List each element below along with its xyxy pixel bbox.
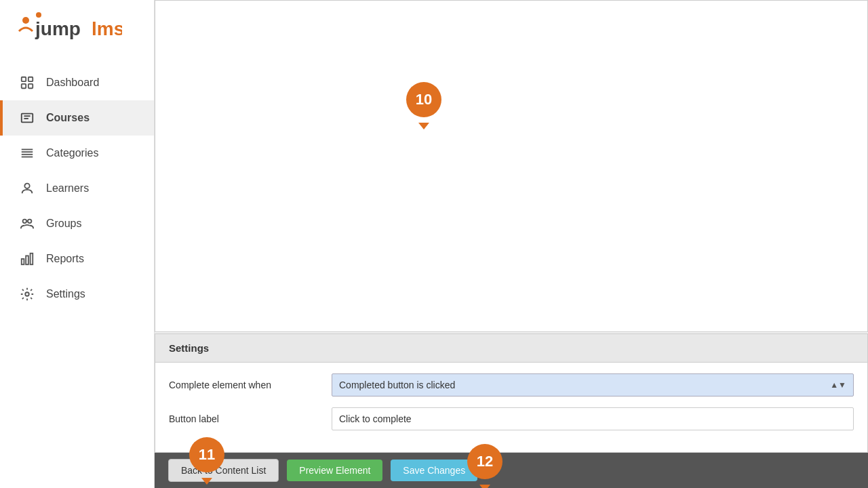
- content-area: 10: [155, 0, 868, 332]
- courses-icon: [19, 110, 35, 126]
- sidebar-item-learners[interactable]: Learners: [0, 171, 154, 206]
- complete-element-select-wrapper: Completed button is clicked Content is v…: [332, 373, 854, 396]
- svg-point-13: [24, 184, 29, 188]
- svg-point-15: [28, 220, 31, 224]
- sidebar-item-courses[interactable]: Courses: [0, 100, 154, 136]
- settings-body: 11 Complete element when Completed butto…: [155, 363, 867, 452]
- complete-element-label: Complete element when: [169, 380, 318, 390]
- annotation-bubble-10: 10: [406, 82, 441, 117]
- sidebar: jump lms Dashboard: [0, 0, 155, 488]
- complete-element-row: Complete element when Completed button i…: [169, 373, 854, 396]
- sidebar-item-groups[interactable]: Groups: [0, 206, 154, 241]
- sidebar-item-reports[interactable]: Reports: [0, 241, 154, 277]
- main-content: 10 Settings 11 Complete element when Com…: [155, 0, 868, 488]
- svg-rect-6: [22, 84, 26, 88]
- dashboard-icon: [19, 75, 35, 91]
- sidebar-label-settings: Settings: [46, 288, 85, 300]
- sidebar-item-categories[interactable]: Categories: [0, 136, 154, 171]
- learners-icon: [19, 180, 35, 197]
- button-label-label: Button label: [169, 413, 318, 424]
- svg-point-3: [36, 12, 41, 18]
- sidebar-label-groups: Groups: [46, 218, 81, 230]
- complete-element-select[interactable]: Completed button is clicked Content is v…: [332, 374, 853, 396]
- svg-rect-16: [22, 259, 24, 264]
- sidebar-label-learners: Learners: [46, 182, 89, 195]
- button-label-control: [332, 407, 854, 430]
- complete-element-control: Completed button is clicked Content is v…: [332, 373, 854, 396]
- settings-panel-header: Settings: [155, 334, 867, 363]
- svg-point-19: [25, 292, 29, 296]
- svg-point-0: [22, 17, 29, 24]
- sidebar-label-reports: Reports: [46, 253, 84, 265]
- svg-point-14: [23, 220, 27, 224]
- button-label-row: Button label: [169, 407, 854, 430]
- logo-area: jump lms: [0, 0, 154, 65]
- button-label-input[interactable]: [332, 407, 854, 430]
- sidebar-label-dashboard: Dashboard: [46, 77, 99, 89]
- sidebar-label-categories: Categories: [46, 147, 98, 159]
- preview-element-button[interactable]: Preview Element: [287, 460, 382, 481]
- logo: jump lms: [14, 12, 122, 53]
- groups-icon: [19, 216, 35, 232]
- svg-text:lms: lms: [92, 18, 122, 39]
- sidebar-label-courses: Courses: [46, 112, 90, 124]
- sidebar-item-settings[interactable]: Settings: [0, 277, 154, 312]
- back-to-content-list-button[interactable]: Back to Content List: [168, 459, 279, 482]
- save-changes-button[interactable]: Save Changes: [391, 460, 477, 481]
- reports-icon: [19, 251, 35, 267]
- sidebar-item-dashboard[interactable]: Dashboard: [0, 65, 154, 100]
- svg-rect-7: [28, 84, 33, 88]
- svg-rect-18: [31, 253, 33, 265]
- settings-panel: Settings 11 Complete element when Comple…: [155, 333, 868, 453]
- svg-rect-5: [28, 77, 33, 81]
- svg-text:jump: jump: [35, 18, 81, 39]
- svg-rect-4: [22, 77, 26, 81]
- categories-icon: [19, 145, 35, 161]
- settings-icon: [19, 286, 35, 302]
- logo-svg: jump lms: [14, 12, 122, 53]
- svg-rect-17: [26, 256, 28, 264]
- bottom-toolbar: Back to Content List Preview Element Sav…: [155, 453, 868, 488]
